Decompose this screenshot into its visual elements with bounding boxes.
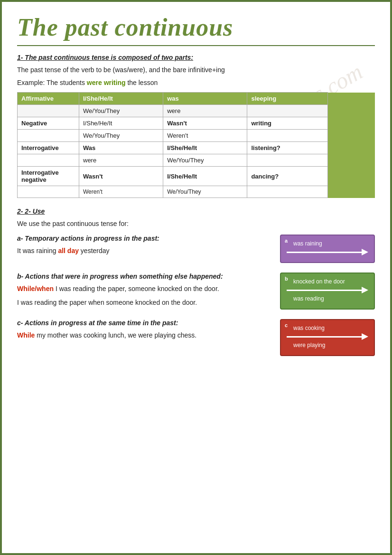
all-day-highlight: all day [58, 247, 79, 254]
diagram-b-line1: knocked on the door [287, 278, 368, 285]
aff2-col3 [247, 105, 327, 117]
part-b-section: b- Actions that were in progress when so… [17, 273, 375, 317]
neg2-col2: Weren't [163, 130, 247, 142]
neg2-label [18, 130, 79, 142]
diagram-a-line1: was raining [287, 240, 368, 247]
neg-col2: Wasn't [163, 117, 247, 130]
arrow-head-c [362, 333, 368, 340]
int-label: Interrogative [18, 142, 79, 154]
part-c-left: c- Actions in progress at the same time … [17, 319, 272, 344]
table-row: Weren't We/You/They [18, 186, 375, 198]
part-b-left: b- Actions that were in progress when so… [17, 273, 272, 311]
intneg2-col1: Weren't [79, 186, 163, 198]
neg2-col1: We/You/They [79, 130, 163, 142]
table-row: We/You/They Weren't [18, 130, 375, 142]
table-row: Affirmative I/She/He/It was sleeping [18, 93, 375, 105]
grammar-table-wrapper: Affirmative I/She/He/It was sleeping We/… [17, 92, 375, 198]
intneg-col1: Wasn't [79, 167, 163, 186]
table-row: Interrogative negative Wasn't I/She/He/I… [18, 167, 375, 186]
example-highlight: were writing [87, 79, 126, 86]
diagram-a-label: a [285, 238, 288, 244]
page: eslprintables.com The past continuous 1-… [0, 0, 392, 555]
affirmative-label: Affirmative [18, 93, 79, 105]
intneg-label: Interrogative negative [18, 167, 79, 186]
neg-label: Negative [18, 117, 79, 130]
part-a-diagram: a was raining [280, 235, 375, 271]
intneg2-col2: We/You/They [163, 186, 247, 198]
part-c-label: c- Actions in progress at the same time … [17, 319, 272, 327]
arrow-shaft-b [287, 290, 362, 291]
aff2-col2: were [163, 105, 247, 117]
part-c-sentence: While my mother was cooking lunch, we we… [17, 330, 272, 340]
diagram-c-label: c [285, 322, 288, 328]
intneg2-label [18, 186, 79, 198]
aff-col3: sleeping [247, 93, 327, 105]
diagram-b-label: b [285, 276, 288, 282]
neg-col1: I/She/He/It [79, 117, 163, 130]
arrow-shaft-c [287, 336, 362, 338]
arrow-shaft-a [287, 252, 362, 253]
diagram-b: b knocked on the door was reading [280, 273, 375, 310]
use-label: 2- Use [25, 207, 45, 215]
neg-col3: writing [247, 117, 327, 130]
table-row: We/You/They were [18, 105, 375, 117]
part-b-diagram: b knocked on the door was reading [280, 273, 375, 317]
section1-definition: The past tense of the verb to be (was/we… [17, 65, 375, 75]
int-col2: I/She/He/It [163, 142, 247, 154]
part-c-section: c- Actions in progress at the same time … [17, 319, 375, 364]
arrow-head-a [362, 249, 368, 255]
diagram-c-line2: were playing [287, 342, 368, 348]
page-title: The past continuous [17, 13, 375, 41]
part-a-left: a- Temporary actions in progress in the … [17, 235, 272, 260]
while-when-highlight: While/when [17, 285, 54, 292]
diagram-c-arrow [287, 333, 368, 340]
section1-example: Example: The students were writing the l… [17, 79, 375, 86]
use-number: 2- [17, 207, 25, 215]
aff2-label [18, 105, 79, 117]
part-c-diagram: c was cooking were playing [280, 319, 375, 364]
int2-col2: We/You/They [163, 154, 247, 167]
intneg-col3: dancing? [247, 167, 327, 186]
part-b-sentence1: While/when I was reading the paper, some… [17, 284, 272, 294]
diagram-b-line2: was reading [287, 295, 368, 302]
while-highlight: While [17, 331, 35, 339]
intneg-col2: I/She/He/It [163, 167, 247, 186]
part-a-section: a- Temporary actions in progress in the … [17, 235, 375, 271]
aff2-col1: We/You/They [79, 105, 163, 117]
part-a-label: a- Temporary actions in progress in the … [17, 235, 272, 242]
int2-label [18, 154, 79, 167]
arrow-head-b [362, 287, 368, 293]
use-section: 2- 2- Use We use the past continuous ten… [17, 207, 375, 364]
table-row: Interrogative Was I/She/He/It listening? [18, 142, 375, 154]
example-suffix: the lesson [126, 79, 158, 86]
diagram-a: a was raining [280, 235, 375, 263]
diagram-c: c was cooking were playing [280, 319, 375, 356]
part-a-text: It was raining all day yesterday [17, 246, 272, 256]
neg2-col3 [247, 130, 327, 142]
intneg2-col3 [247, 186, 327, 198]
part-b-sentence2: I was reading the paper when someone kno… [17, 298, 272, 308]
int-col3: listening? [247, 142, 327, 154]
int2-col1: were [79, 154, 163, 167]
table-row: were We/You/They [18, 154, 375, 167]
table-row: Negative I/She/He/It Wasn't writing [18, 117, 375, 130]
diagram-c-line1: was cooking [287, 325, 368, 331]
int-col1: Was [79, 142, 163, 154]
part-b-label: b- Actions that were in progress when so… [17, 273, 272, 280]
use-heading: 2- 2- Use [17, 207, 375, 215]
diagram-b-arrow [287, 287, 368, 293]
aff-col1: I/She/He/It [79, 93, 163, 105]
use-intro: We use the past continuous tense for: [17, 219, 375, 229]
diagram-a-arrow [287, 249, 368, 255]
section1-heading: 1- The past continuous tense is composed… [17, 54, 375, 61]
grammar-table: Affirmative I/She/He/It was sleeping We/… [17, 92, 375, 198]
title-divider [17, 45, 375, 46]
aff-col2: was [163, 93, 247, 105]
example-prefix: Example: The students [17, 79, 87, 86]
int2-col3 [247, 154, 327, 167]
